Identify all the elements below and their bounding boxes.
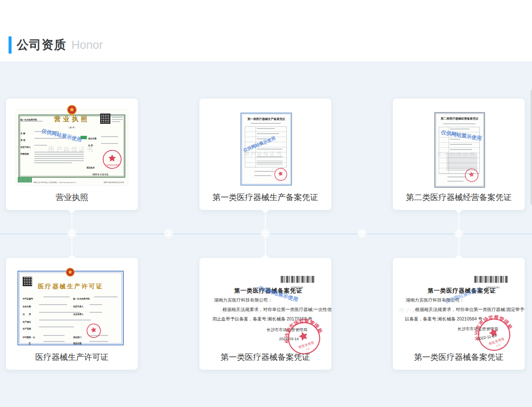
timeline-node (166, 230, 172, 236)
card-pointer (68, 210, 76, 213)
svg-text:行政审批专用章: 行政审批专用章 (105, 164, 119, 167)
svg-text:1-3: 1-3 (496, 344, 500, 347)
svg-text:1-3: 1-3 (306, 347, 310, 351)
field-label: 至 (29, 339, 32, 347)
field-label: 统一社会信用代码 (73, 295, 101, 302)
field-label: 经营范围 (21, 150, 34, 158)
user-upload-watermark: 用户自传证书 (48, 146, 94, 154)
red-seal-icon (85, 322, 103, 340)
field-label: 法定代表人 (73, 302, 90, 310)
timeline-node (69, 230, 75, 236)
national-emblem-icon (66, 105, 77, 117)
filing-line1: 湖南力宾医疗科技有限公司： (214, 297, 273, 303)
barcode-icon (474, 276, 508, 283)
production-license-page: 医疗器械生产许可证 许可证编号 统一社会信用代码 企业名称 法定代表人 住 所 … (18, 271, 124, 345)
certificate-caption: 第一类医疗器械备案凭证 (393, 352, 525, 363)
field-label: 企业名称 (23, 302, 36, 310)
class2-operation-filing-image[interactable]: 第二类医疗器械经营备案凭证 (393, 99, 525, 197)
license-subtitle: （副 本） (16, 123, 128, 131)
gsxt-badge (18, 177, 32, 183)
filing-date: 2024-03-14 (279, 337, 299, 341)
class1-filing-image-1[interactable]: 07MION48 第一类医疗器械备案凭证 湖南力宾医疗科技有限公司： 根据相关法… (199, 258, 331, 357)
certificate-caption: 营业执照 (6, 192, 138, 203)
red-seal-icon (272, 166, 289, 183)
license-page: 营业执照 （副 本） 统一社会信用代码 名 称 (16, 110, 128, 185)
qr-code-icon (100, 114, 110, 124)
section-title: 公司资质 (17, 37, 66, 53)
issue-date: 2023 年 3 月 8 日 (92, 171, 119, 178)
field-label: 企业负责人 (73, 310, 90, 318)
field-label: 住 所 (23, 310, 36, 318)
barcode-icon (281, 276, 315, 283)
class1-filing-image-2[interactable]: RBSXOCR1 第一类医疗器械备案凭证 湖南力宾医疗科技有限公司： 根据相关法… (393, 258, 525, 357)
business-license-image[interactable]: 营业执照 （副 本） 统一社会信用代码 名 称 (6, 99, 138, 197)
license-title: 医疗器械生产许可证 (18, 283, 123, 290)
red-seal-icon: 长沙市市场监督管理局 审批专用章 1-3 (467, 305, 519, 358)
certificate-card-production-license: 医疗器械生产许可证 许可证编号 统一社会信用代码 企业名称 法定代表人 住 所 … (6, 258, 138, 370)
class1-production-filing-image[interactable]: 第一类医疗器械生产备案凭证 (199, 99, 331, 197)
scrollbar-thumb[interactable] (530, 90, 532, 205)
section-subtitle: Honor (71, 39, 103, 52)
red-seal-icon: 行政审批专用章 (102, 149, 122, 170)
user-upload-watermark: 用户自传证书 (220, 308, 261, 315)
national-emblem-icon (65, 267, 75, 278)
card-pointer (262, 210, 269, 213)
field-label: 生产范围 (23, 325, 36, 332)
filing-doc: RBSXOCR1 第一类医疗器械备案凭证 湖南力宾医疗科技有限公司： 根据相关法… (399, 270, 519, 352)
production-license-image[interactable]: 医疗器械生产许可证 许可证编号 统一社会信用代码 企业名称 法定代表人 住 所 … (6, 258, 138, 357)
certificate-caption: 医疗器械生产许可证 (6, 352, 138, 363)
footer-right: 国家市场监督管理总局监制 (104, 179, 145, 186)
accent-bar (9, 36, 12, 54)
certificate-card-class2-operation-filing: 第二类医疗器械经营备案凭证 (393, 99, 525, 210)
timeline-node (262, 230, 268, 236)
card-pointer (455, 210, 463, 213)
timeline-node (456, 230, 462, 236)
field-label: 许可期限：自 (23, 333, 43, 341)
card-pointer (455, 254, 463, 258)
filing-doc: 07MION48 第一类医疗器械备案凭证 湖南力宾医疗科技有限公司： 根据相关法… (205, 270, 325, 352)
timeline-node (359, 230, 365, 236)
card-pointer (262, 254, 269, 258)
credit-code-block: 统一社会信用代码 (21, 116, 48, 123)
honor-section: 公司资质 Honor 营业执照 (0, 0, 532, 407)
card-pointer (68, 254, 76, 258)
field-label: 许可证编号 (23, 295, 40, 302)
certificate-card-business-license: 营业执照 （副 本） 统一社会信用代码 名 称 (6, 99, 138, 210)
field-label: 发证日期 (73, 339, 87, 347)
certificate-card-class1-filing-1: 07MION48 第一类医疗器械备案凭证 湖南力宾医疗科技有限公司： 根据相关法… (199, 258, 331, 370)
filing-cert-page: 第二类医疗器械经营备案凭证 (434, 112, 485, 188)
section-header: 公司资质 Honor (9, 35, 103, 55)
certificate-caption: 第二类医疗器械经营备案凭证 (393, 192, 525, 203)
user-upload-watermark: 用户自传证书 (399, 307, 440, 314)
filing-cert-title: 第一类医疗器械生产备案凭证 (242, 117, 290, 121)
certificate-card-class1-production-filing: 第一类医疗器械生产备案凭证 (199, 99, 331, 210)
certificates-band: 营业执照 （副 本） 统一社会信用代码 名 称 (0, 61, 532, 407)
filing-cert-title: 第二类医疗器械经营备案凭证 (436, 117, 483, 121)
certificate-caption: 第一类医疗器械生产备案凭证 (199, 192, 331, 203)
certificate-card-class1-filing-2: RBSXOCR1 第一类医疗器械备案凭证 湖南力宾医疗科技有限公司： 根据相关法… (393, 258, 525, 370)
user-upload-watermark: 用户自传证书 (437, 151, 476, 158)
red-seal-icon (463, 167, 480, 184)
